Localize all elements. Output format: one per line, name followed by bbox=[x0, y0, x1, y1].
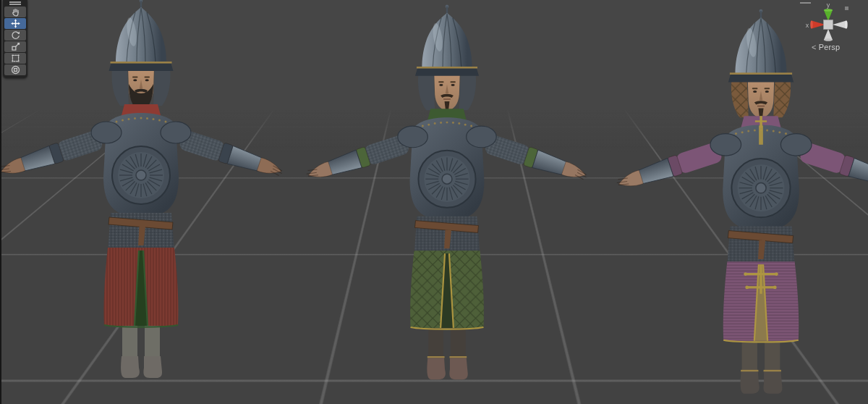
scale-tool[interactable] bbox=[4, 41, 26, 52]
hand-icon bbox=[11, 7, 20, 17]
character-model-left[interactable] bbox=[0, 0, 288, 387]
tools-overlay bbox=[3, 0, 27, 78]
projection-label: Persp bbox=[819, 43, 841, 51]
rect-tool[interactable] bbox=[4, 53, 26, 64]
gizmo-x-label: x bbox=[806, 22, 809, 29]
move-icon bbox=[11, 19, 20, 28]
persp-chevron-icon: < bbox=[812, 43, 817, 51]
overlay-drag-handle[interactable] bbox=[9, 1, 21, 5]
view-pan-tool[interactable] bbox=[4, 7, 26, 17]
rect-icon bbox=[11, 54, 20, 63]
projection-toggle[interactable]: <Persp bbox=[812, 43, 840, 51]
gizmo-center-cube[interactable] bbox=[824, 20, 833, 30]
scene-viewport[interactable]: y x <Persp bbox=[0, 0, 868, 404]
move-tool[interactable] bbox=[4, 18, 26, 29]
gizmo-neg-x-axis-cone[interactable] bbox=[833, 21, 848, 29]
rotate-icon bbox=[11, 30, 20, 40]
gizmo-hidden-z-axis[interactable] bbox=[845, 7, 848, 10]
transform-icon bbox=[11, 65, 20, 75]
gizmo-neg-y-axis-cone[interactable] bbox=[824, 29, 833, 41]
gizmo-x-axis-cone[interactable] bbox=[810, 21, 825, 29]
character-model-center[interactable] bbox=[300, 1, 594, 388]
scale-icon bbox=[11, 42, 20, 51]
transform-tool[interactable] bbox=[4, 64, 26, 75]
orientation-gizmo: y x <Persp bbox=[793, 0, 862, 58]
gizmo-y-label: y bbox=[827, 1, 830, 9]
rotate-tool[interactable] bbox=[4, 30, 26, 41]
window-edge bbox=[0, 0, 1, 404]
character-model-right[interactable] bbox=[610, 6, 868, 403]
gizmo-y-axis-cone[interactable] bbox=[824, 9, 833, 21]
